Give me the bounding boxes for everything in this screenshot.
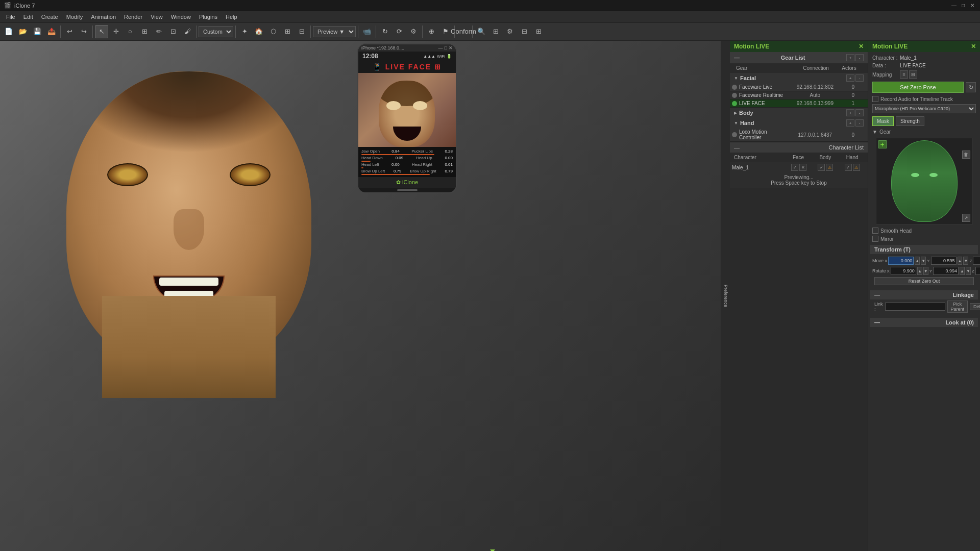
conform-btn[interactable]: Conform [457, 25, 470, 38]
redo-btn[interactable]: ↪ [77, 25, 90, 38]
collapse-linkage-icon[interactable]: — [874, 292, 880, 298]
collapse-gear-icon[interactable]: — [734, 55, 740, 61]
close-button[interactable]: ✕ [969, 2, 976, 9]
toolbar-extra[interactable]: ⊟ [518, 25, 531, 38]
menu-edit[interactable]: Edit [19, 14, 37, 20]
move-y-input[interactable] [931, 257, 957, 265]
move-y-up-btn[interactable]: ▲ [958, 257, 963, 265]
toolbar-extra2[interactable]: ⊞ [532, 25, 545, 38]
save-btn[interactable]: 💾 [31, 25, 44, 38]
detach-btn[interactable]: Detach [970, 303, 980, 310]
move-btn[interactable]: ✛ [109, 25, 122, 38]
light-btn[interactable]: ✦ [238, 25, 251, 38]
camera-btn[interactable]: 🏠 [252, 25, 265, 38]
menu-animation[interactable]: Animation [87, 14, 120, 20]
link-input[interactable] [885, 303, 945, 311]
menu-plugins[interactable]: Plugins [195, 14, 222, 20]
smooth-head-checkbox[interactable] [872, 228, 878, 234]
rotate-x-up-btn[interactable]: ▲ [917, 267, 922, 275]
maximize-button[interactable]: □ [960, 2, 967, 9]
rotate-btn[interactable]: ○ [124, 25, 137, 38]
faceware-realtime-row[interactable]: Faceware Realtime Auto 0 [730, 91, 868, 99]
plus-icon-btn[interactable]: + [878, 140, 887, 148]
expand-mask-btn[interactable]: ↗ [962, 214, 970, 222]
eraser-btn[interactable]: ⊡ [166, 25, 180, 38]
open-btn[interactable]: 📂 [16, 25, 30, 38]
record-audio-checkbox[interactable] [872, 96, 878, 102]
move-y-down-btn[interactable]: ▼ [963, 257, 968, 265]
minimize-button[interactable]: — [950, 2, 958, 9]
fullscreen-btn[interactable]: ⊞ [489, 25, 502, 38]
facial-remove-btn[interactable]: - [855, 74, 864, 82]
zoom-btn[interactable]: 🔍 [475, 25, 488, 38]
rotate-x-input[interactable] [891, 267, 916, 275]
body-add-btn[interactable]: + [846, 109, 854, 116]
microphone-select[interactable]: Microphone (HD Pro Webcam C920) [872, 104, 976, 113]
collapse-char-icon[interactable]: — [734, 144, 740, 151]
gear-add-btn[interactable]: + [846, 54, 854, 61]
title-bar-controls[interactable]: — □ ✕ [950, 2, 976, 9]
config-btn[interactable]: ⚙ [407, 25, 420, 38]
delete-mask-btn[interactable]: 🗑 [962, 151, 970, 159]
male1-char-row[interactable]: Male_1 ✓ ✕ ✓ ⚠ ✓ ⚠ [730, 162, 868, 172]
mapping-icon1[interactable]: ≡ [900, 70, 908, 79]
scale-btn[interactable]: ⊞ [138, 25, 151, 38]
rotate-y-down-btn[interactable]: ▼ [966, 267, 971, 275]
facial-add-btn[interactable]: + [846, 74, 854, 82]
export-btn[interactable]: 📤 [45, 25, 58, 38]
mapping-icon2[interactable]: ⊞ [909, 70, 917, 79]
face-x-icon[interactable]: ✕ [799, 164, 806, 171]
preference-sidebar[interactable]: Preference [721, 41, 730, 551]
reset-zero-btn[interactable]: Reset Zero Out [874, 277, 974, 285]
rotate-x-down-btn[interactable]: ▼ [923, 267, 928, 275]
anchor-btn[interactable]: ⊕ [425, 25, 438, 38]
loco-motion-row[interactable]: Loco Motion Controller 127.0.0.1:6437 0 [730, 128, 868, 142]
menu-render[interactable]: Render [120, 14, 146, 20]
move-x-down-btn[interactable]: ▼ [921, 257, 926, 265]
paint-btn[interactable]: 🖌 [181, 25, 194, 38]
face-check-icon[interactable]: ✓ [791, 164, 798, 171]
mask-tab[interactable]: Mask [872, 116, 894, 126]
video-btn[interactable]: 📹 [360, 25, 374, 38]
grid-btn[interactable]: ⊟ [295, 25, 308, 38]
reset-icon-btn[interactable]: ↻ [966, 82, 976, 92]
settings-btn2[interactable]: ⚙ [503, 25, 517, 38]
rotate-z-input[interactable] [975, 267, 980, 275]
body-remove-btn[interactable]: - [855, 109, 864, 116]
menu-create[interactable]: Create [37, 14, 62, 20]
hand-check-icon[interactable]: ✓ [845, 164, 852, 171]
scene-btn[interactable]: ⬡ [266, 25, 280, 38]
hand-add-btn[interactable]: + [846, 119, 854, 127]
custom-dropdown[interactable]: Custom [199, 26, 233, 37]
menu-file[interactable]: File [2, 14, 19, 20]
refresh-btn[interactable]: ↻ [378, 25, 391, 38]
strength-tab[interactable]: Strength [896, 116, 924, 126]
menu-view[interactable]: View [146, 14, 167, 20]
hand-section-header[interactable]: ▼ Hand + - [730, 118, 868, 128]
lock-btn[interactable]: ⊞ [281, 25, 294, 38]
menu-help[interactable]: Help [222, 14, 241, 20]
camera-toggle-icon[interactable]: ⊞ [434, 63, 442, 71]
pencil-btn[interactable]: ✏ [152, 25, 165, 38]
undo-btn[interactable]: ↩ [63, 25, 76, 38]
live-face-row[interactable]: LIVE FACE 92.168.0.13:999 1 [730, 99, 868, 108]
move-x-up-btn[interactable]: ▲ [915, 257, 920, 265]
hand-warn-icon[interactable]: ⚠ [853, 164, 860, 171]
menu-modify[interactable]: Modify [62, 14, 87, 20]
preview-dropdown[interactable]: Preview ▼ [313, 26, 356, 37]
mirror-checkbox[interactable] [872, 236, 878, 242]
move-x-input[interactable] [888, 257, 914, 265]
menu-window[interactable]: Window [167, 14, 195, 20]
set-zero-pose-btn[interactable]: Set Zero Pose [872, 82, 964, 93]
body-section-header[interactable]: ▶ Body + - [730, 108, 868, 118]
motion-live-close-btn2[interactable]: ✕ [971, 43, 976, 50]
faceware-live-row[interactable]: Faceware Live 92.168.0.12:802 0 [730, 83, 868, 91]
viewport[interactable]: iPhone *192.168.0.... — □ ✕ 12:08 ▲▲▲ Wi… [0, 41, 730, 551]
sync-btn[interactable]: ⟳ [393, 25, 406, 38]
facial-section-header[interactable]: ▼ Facial + - [730, 73, 868, 83]
pick-parent-btn[interactable]: Pick Parent [947, 300, 968, 313]
hand-remove-btn[interactable]: - [855, 119, 864, 127]
phone-expand-btn[interactable]: □ [445, 45, 447, 51]
rotate-y-input[interactable] [933, 267, 959, 275]
motion-live-close-btn[interactable]: ✕ [859, 43, 864, 50]
